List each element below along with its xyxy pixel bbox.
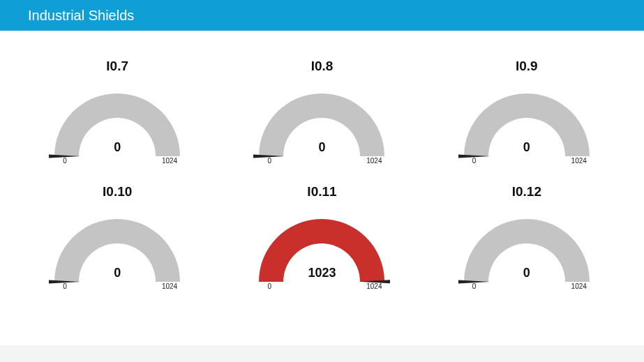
gauge-value: 0 — [47, 266, 187, 280]
gauge-card-i0-8: I0.8 0 0 1024 — [227, 59, 417, 163]
gauge-card-i0-10: I0.10 0 0 1024 — [22, 184, 213, 289]
gauge-card-i0-12: I0.12 0 0 1024 — [431, 184, 622, 289]
gauge-value: 0 — [457, 140, 597, 155]
gauge-value: 0 — [457, 266, 597, 280]
gauge-grid: I0.7 0 0 1024 I0.8 0 — [22, 59, 622, 289]
app-header: Industrial Shields — [0, 0, 644, 31]
gauge-max-label: 1024 — [366, 157, 382, 165]
gauge-title: I0.7 — [106, 59, 128, 74]
gauge-card-i0-7: I0.7 0 0 1024 — [22, 59, 213, 163]
gauge-title: I0.10 — [103, 184, 132, 199]
gauge-chart: 0 0 1024 — [47, 212, 187, 289]
gauge-min-label: 0 — [63, 282, 67, 290]
gauge-min-label: 0 — [472, 157, 477, 165]
gauge-title: I0.11 — [307, 184, 336, 199]
gauge-chart: 0 0 1024 — [457, 86, 597, 163]
gauge-max-label: 1024 — [571, 282, 587, 290]
gauge-value: 0 — [47, 140, 187, 155]
gauge-min-label: 0 — [472, 282, 477, 290]
gauge-min-label: 0 — [267, 157, 271, 165]
gauge-chart: 1023 0 1024 — [252, 212, 391, 289]
gauge-max-label: 1024 — [162, 157, 177, 165]
gauge-title: I0.8 — [311, 59, 334, 74]
gauge-chart: 0 0 1024 — [252, 86, 391, 163]
gauge-max-label: 1024 — [571, 157, 587, 165]
gauge-chart: 0 0 1024 — [457, 212, 597, 289]
gauge-value: 1023 — [252, 266, 391, 280]
gauge-min-label: 0 — [63, 157, 67, 165]
dashboard-panel: I0.7 0 0 1024 I0.8 0 — [0, 31, 644, 345]
gauge-max-label: 1024 — [366, 282, 382, 290]
gauge-chart: 0 0 1024 — [47, 86, 187, 163]
gauge-min-label: 0 — [267, 282, 271, 290]
app-title: Industrial Shields — [28, 8, 134, 24]
gauge-title: I0.9 — [516, 59, 538, 74]
gauge-value: 0 — [252, 140, 391, 155]
gauge-max-label: 1024 — [162, 282, 177, 290]
gauge-card-i0-9: I0.9 0 0 1024 — [431, 59, 622, 163]
gauge-card-i0-11: I0.11 1023 0 1024 — [227, 184, 417, 289]
gauge-title: I0.12 — [512, 184, 541, 199]
